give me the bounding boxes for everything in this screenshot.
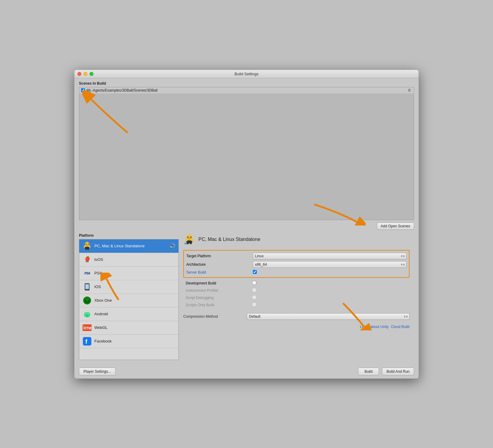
autoconnect-profiler-label: Autoconnect Profiler (183, 287, 250, 294)
scenes-panel: ML-Agents/Examples/3DBall/Scenes/3DBall … (79, 87, 414, 220)
svg-point-47 (186, 240, 192, 243)
platform-item-xbox-one[interactable]: Xbox One (79, 294, 178, 307)
architecture-row: Architecture x86_64 x86 Universal (184, 260, 409, 269)
scene-checkbox[interactable] (81, 88, 85, 92)
scenes-section: Scenes In Build ML-Agents/Examples/3DBal… (79, 81, 414, 220)
architecture-select[interactable]: x86_64 x86 Universal (253, 261, 406, 268)
svg-point-18 (87, 289, 88, 290)
svg-point-10 (85, 247, 90, 249)
highlighted-settings-table: Target Platform Linux Windows macOS (184, 252, 409, 276)
learn-about-unity-text: Learn about Unity (360, 325, 389, 329)
server-build-label-cell: Server Build (184, 269, 250, 276)
scripts-only-build-checkbox-cell (250, 301, 410, 309)
server-build-checkbox[interactable] (253, 270, 257, 274)
close-button[interactable] (77, 72, 81, 76)
window-controls (77, 72, 93, 76)
svg-point-21 (86, 300, 88, 301)
svg-rect-49 (192, 239, 194, 242)
scene-index: 0 (408, 88, 412, 93)
target-platform-row: Target Platform Linux Windows macOS (184, 252, 409, 260)
platform-name-android: Android (94, 312, 108, 316)
pc-mac-linux-header-icon (183, 233, 195, 245)
svg-point-6 (88, 244, 89, 245)
platform-icon-ps4: PS4 (82, 268, 92, 278)
platform-item-facebook[interactable]: f Facebook (79, 335, 178, 348)
speaker-icon: 🔊 (169, 243, 175, 249)
scenes-section-label: Scenes In Build (79, 81, 414, 86)
target-platform-select[interactable]: Linux Windows macOS (253, 253, 406, 259)
server-build-link[interactable]: Server Build (186, 270, 206, 274)
svg-rect-11 (84, 246, 85, 248)
architecture-label: Architecture (184, 260, 250, 269)
target-platform-select-wrapper: Linux Windows macOS (253, 253, 406, 259)
script-debugging-row: Script Debugging (183, 294, 410, 301)
platform-icon-ios (82, 282, 92, 292)
build-settings-window: Build Settings Scenes In Build ML-Agents… (74, 70, 419, 379)
android-icon (83, 310, 91, 318)
platform-list: PC, Mac & Linux Standalone 🔊 🍎 TV tvOS (79, 239, 179, 360)
compression-select[interactable]: Default LZ4 LZ4HC (247, 313, 410, 320)
xbox-icon (83, 296, 91, 305)
svg-rect-48 (185, 239, 186, 242)
platform-name-pc-mac-linux: PC, Mac & Linux Standalone (94, 244, 145, 248)
platform-header: PC, Mac & Linux Standalone (183, 233, 410, 245)
platform-name-webgl: WebGL (94, 325, 108, 330)
platform-icon-webgl: HTML 5 (82, 323, 92, 333)
platform-icon-android (82, 309, 92, 319)
highlighted-settings-group: Target Platform Linux Windows macOS (183, 250, 410, 278)
add-open-scenes-button[interactable]: Add Open Scenes (377, 222, 414, 230)
server-build-checkbox-cell (250, 269, 409, 276)
architecture-value-cell: x86_64 x86 Universal (250, 260, 409, 269)
window-title: Build Settings (234, 72, 259, 76)
target-platform-label: Target Platform (184, 252, 250, 260)
build-and-run-button[interactable]: Build And Run (382, 368, 414, 375)
window-content: Scenes In Build ML-Agents/Examples/3DBal… (74, 78, 419, 378)
svg-rect-17 (85, 284, 89, 289)
target-platform-value-cell: Linux Windows macOS (250, 252, 409, 260)
platform-header-icon (183, 233, 195, 245)
server-build-row: Server Build (184, 269, 409, 276)
compression-row: Compression Method Default LZ4 LZ4HC (183, 313, 410, 320)
platform-icon-xbox-one (82, 296, 92, 305)
development-build-checkbox[interactable] (252, 281, 256, 285)
platform-label: Platform (79, 233, 179, 238)
platform-item-pc-mac-linux[interactable]: PC, Mac & Linux Standalone 🔊 (79, 239, 178, 253)
build-buttons: Build Build And Run (358, 368, 414, 375)
svg-rect-32 (87, 315, 88, 317)
svg-point-42 (188, 237, 188, 238)
platform-name-xbox-one: Xbox One (94, 298, 112, 303)
platform-name-ios: iOS (94, 284, 101, 289)
cloud-build-row: Learn about Unity Cloud Build (183, 324, 410, 329)
maximize-button[interactable] (90, 72, 93, 76)
development-build-checkbox-cell (250, 280, 410, 287)
scripts-only-build-label: Scripts Only Build (183, 301, 250, 309)
platform-item-android[interactable]: Android (79, 307, 178, 321)
architecture-select-wrapper: x86_64 x86 Universal (253, 261, 406, 268)
build-button[interactable]: Build (358, 368, 379, 375)
svg-text:5: 5 (83, 325, 85, 327)
platform-name-tvos: tvOS (94, 257, 103, 262)
autoconnect-profiler-checkbox-cell (250, 287, 410, 294)
webgl-icon: HTML 5 (82, 323, 92, 332)
normal-settings: Development Build Autoconnect Profiler (183, 280, 410, 309)
compression-select-wrapper: Default LZ4 LZ4HC (247, 313, 410, 320)
platform-item-tvos[interactable]: 🍎 TV tvOS (79, 253, 178, 267)
platform-name-facebook: Facebook (94, 339, 112, 343)
minimize-button[interactable] (83, 72, 87, 76)
autoconnect-profiler-row: Autoconnect Profiler (183, 287, 410, 294)
platform-item-ios[interactable]: iOS (79, 280, 178, 294)
ios-device-icon (83, 283, 91, 291)
platform-icon-pc-mac-linux (82, 241, 92, 251)
autoconnect-profiler-checkbox (252, 288, 256, 292)
svg-point-5 (86, 244, 86, 245)
footer-row: Player Settings... Build Build And Run (79, 365, 414, 375)
development-build-label: Development Build (183, 280, 250, 287)
left-panel: Platform (79, 233, 179, 360)
platform-name-ps4: PS4 (94, 271, 102, 275)
platform-item-ps4[interactable]: PS4 PS4 (79, 267, 178, 280)
player-settings-button[interactable]: Player Settings... (79, 368, 116, 375)
platform-icon-tvos: 🍎 TV (82, 255, 92, 265)
platform-item-webgl[interactable]: HTML 5 WebGL (79, 321, 178, 335)
cloud-build-link[interactable]: Cloud Build (391, 325, 410, 329)
right-panel: PC, Mac & Linux Standalone Target Platfo… (179, 233, 414, 332)
